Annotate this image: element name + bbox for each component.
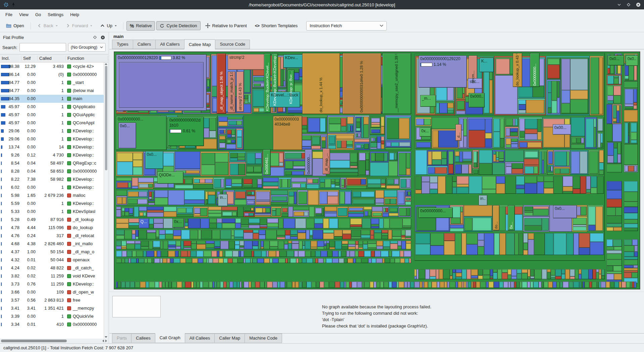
scrollbar-handle[interactable] [105, 66, 107, 170]
callee-map[interactable]: 0x00000000001292203.82 %_dl_map_object 1… [114, 51, 640, 290]
float-panel-icon[interactable] [93, 35, 97, 39]
tab-parts[interactable]: Parts [112, 334, 131, 343]
close-icon[interactable] [636, 2, 641, 7]
table-row[interactable]: 13.740.0014KDevelop:: [0, 143, 108, 151]
treemap-cell[interactable]: 0x00000000... [419, 208, 453, 218]
treemap-cell[interactable]: _d... [455, 124, 462, 141]
vertical-scrollbar[interactable] [104, 62, 108, 339]
treemap-cell[interactable]: in... [218, 194, 227, 206]
tab-callees[interactable]: Callees [131, 334, 155, 343]
open-button[interactable]: Open [3, 21, 28, 30]
treemap-cell[interactable]: 0x00... [553, 124, 571, 135]
treemap-cell[interactable]: 0x0... [626, 55, 639, 66]
treemap-cell[interactable]: _m... [420, 95, 436, 107]
search-input[interactable] [19, 43, 66, 52]
treemap-cell[interactable]: 0x... [420, 128, 431, 137]
treemap-cell[interactable]: _dl_name_match_p 1.04 % [228, 72, 236, 113]
event-type-select[interactable]: Instruction Fetch [306, 21, 387, 31]
relative-toggle[interactable]: % Relative [126, 21, 155, 31]
menu-help[interactable]: Help [67, 10, 83, 19]
treemap-cell[interactable]: _dl_map_... [323, 148, 330, 174]
table-row[interactable]: 3.413.411 351 421__memcpy [0, 304, 108, 312]
minimize-icon[interactable] [617, 3, 621, 7]
table-row[interactable]: 86.140.00(0)0x00000000 [0, 71, 108, 79]
column-incl[interactable]: Incl. [0, 56, 21, 61]
back-button[interactable]: Back [34, 21, 61, 30]
table-row[interactable]: 4.684.382 826 460_int_mallo [0, 240, 108, 248]
table-row[interactable]: 3.730.7611 259KDevelop:: [0, 280, 108, 288]
treemap-cell[interactable]: 0x000461... [263, 149, 271, 175]
table-row[interactable]: 29.060.001KDevelop:: [0, 127, 108, 135]
table-row[interactable]: 4.240.0248 822_dl_catch_ [0, 264, 108, 272]
menu-settings[interactable]: Settings [44, 10, 67, 19]
forward-button[interactable]: Forward [62, 21, 96, 30]
tab-callers[interactable]: Callers [133, 40, 155, 49]
treemap-cell[interactable]: in... [479, 195, 488, 206]
table-row[interactable]: 3.820.0211 259void KDeve [0, 272, 108, 280]
menu-view[interactable]: View [16, 10, 32, 19]
tab-caller-map[interactable]: Caller Map [214, 334, 245, 343]
pin-icon[interactable] [11, 2, 15, 7]
treemap-cell[interactable]: do_lookup_x 0.43 % [513, 53, 522, 87]
menu-go[interactable]: Go [32, 10, 44, 19]
treemap-cell[interactable]: 0x000000000031d4e0 1.28 % [342, 53, 381, 114]
scroll-right-arrow[interactable] [105, 340, 107, 342]
table-row[interactable]: 4.320.0150 044openaux [0, 256, 108, 264]
treemap-cell[interactable]: strcmp'2 0.43 % [236, 72, 244, 112]
table-row[interactable]: 29.060.001KDevelop:: [0, 135, 108, 143]
table-row[interactable]: 5.981.652 679 236malloc [0, 191, 108, 200]
column-function[interactable]: Function [66, 56, 108, 61]
treemap-cell[interactable]: 0x0000000034034be8 [273, 116, 303, 150]
table-row[interactable]: 5.590.001KDevelop:: [0, 200, 108, 208]
treemap-cell[interactable]: 0x... [172, 218, 184, 228]
table-row[interactable]: 8.227.3858 982KDevelop:: [0, 175, 108, 183]
table-row[interactable]: 84.770.001(below mai [0, 87, 108, 95]
table-row[interactable]: 4.371.0050 154_dl_map_o [0, 248, 108, 256]
tab-all-callers[interactable]: All Callers [155, 40, 184, 49]
scrollbar-handle[interactable] [1, 340, 67, 342]
treemap-cell[interactable]: 0x00000000001292201.14 % [419, 55, 467, 87]
cycle-detection-toggle[interactable]: Cycle Detection [156, 21, 200, 30]
table-row[interactable]: 8.280.0458 6530x00000000 [0, 167, 108, 175]
treemap-cell[interactable]: 0x00000000002d1b100.61 % [168, 117, 204, 146]
table-row[interactable]: 3.390.001QQuickVie [0, 312, 108, 320]
table-row[interactable]: 9.260.124 730KDevelop:: [0, 151, 108, 159]
table-header[interactable]: Incl. Self Called Function [0, 54, 108, 62]
treemap-cell[interactable]: 0x0... [145, 151, 164, 169]
treemap-cell[interactable]: _dl_map_object 1.96 % [217, 53, 226, 114]
relative-to-parent-toggle[interactable]: Relative to Parent [202, 21, 250, 30]
maximize-icon[interactable] [627, 3, 631, 7]
table-row[interactable]: 5.330.001KDevSplasl [0, 208, 108, 216]
tab-call-graph[interactable]: Call Graph [155, 333, 185, 343]
tab-machine-code[interactable]: Machine Code [245, 334, 282, 343]
shorten-templates-toggle[interactable]: <> Shorten Templates [252, 21, 301, 30]
table-row[interactable]: 8.540.0458 497QRegExp::c [0, 159, 108, 167]
treemap-cell[interactable]: 0x0... [608, 55, 624, 65]
treemap-cell[interactable]: 0x0... [118, 123, 136, 149]
treemap-cell[interactable]: 0x... [508, 205, 515, 230]
table-row[interactable]: 3.570.562 863 813free [0, 296, 108, 304]
table-row[interactable]: 4.760.24317_dl_relocat [0, 232, 108, 240]
treemap-cell[interactable]: KDev... [283, 54, 304, 68]
table-row[interactable]: 3.660.00109dl_open_w [0, 288, 108, 296]
table-row[interactable]: 5.280.4987 916_dl_lookup [0, 216, 108, 224]
treemap-cell[interactable]: 0x00000000001292203.82 % [116, 54, 207, 111]
scroll-left-arrow[interactable] [102, 340, 104, 342]
tab-types[interactable]: Types [112, 40, 133, 49]
tab-source-code[interactable]: Source Code [215, 40, 250, 49]
tab-all-callees[interactable]: All Callees [185, 334, 214, 343]
treemap-cell[interactable]: strc... [468, 78, 482, 89]
menu-file[interactable]: File [2, 10, 16, 19]
scroll-down-arrow[interactable] [105, 336, 107, 338]
treemap-cell[interactable]: strcmp'2 [228, 54, 268, 70]
table-row[interactable]: 4.784.44115 096do_lookup [0, 224, 108, 232]
treemap-cell[interactable]: QIODe... [157, 172, 183, 184]
grouping-select[interactable]: (No Grouping) [68, 43, 106, 52]
column-called[interactable]: Called [38, 56, 66, 61]
table-row[interactable]: 45.970.001QGuiApplic [0, 111, 108, 119]
table-row[interactable]: 84.350.001main [0, 95, 108, 103]
close-panel-icon[interactable] [101, 35, 105, 40]
treemap-cell[interactable]: 0x0000000... [530, 53, 539, 87]
table-row[interactable]: 84.770.001_start [0, 79, 108, 87]
treemap-cell[interactable]: 0x000... [469, 93, 485, 107]
